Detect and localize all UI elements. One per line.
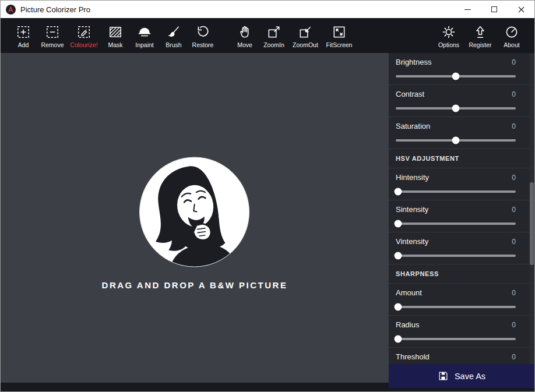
slider-thumb[interactable] bbox=[395, 336, 402, 343]
slider-group-sintensity: Sintensity 0 bbox=[389, 200, 534, 232]
sintensity-label: Sintensity bbox=[396, 205, 428, 214]
fit-screen-icon bbox=[332, 24, 347, 40]
saturation-value: 0 bbox=[512, 122, 516, 130]
restore-button[interactable]: Restore bbox=[188, 23, 217, 48]
titlebar: Picture Colorizer Pro bbox=[1, 1, 534, 18]
amount-value: 0 bbox=[512, 289, 516, 297]
colourize-button[interactable]: Colourize! bbox=[67, 23, 101, 48]
threshold-label: Threshold bbox=[396, 352, 430, 361]
vintensity-slider[interactable] bbox=[396, 248, 516, 263]
slider-track bbox=[396, 255, 516, 257]
zoom-out-button[interactable]: ZoomOut bbox=[288, 23, 322, 48]
add-button[interactable]: Add bbox=[9, 23, 38, 48]
add-icon bbox=[16, 24, 31, 40]
panel-scrollbar[interactable] bbox=[530, 53, 534, 391]
radius-slider[interactable] bbox=[396, 331, 516, 347]
placeholder-portrait-image bbox=[139, 157, 250, 267]
slider-group-saturation: Saturation 0 bbox=[389, 117, 534, 149]
move-hand-icon bbox=[237, 24, 252, 40]
register-arrow-icon bbox=[473, 24, 488, 40]
fit-screen-button[interactable]: FitScreen bbox=[322, 23, 356, 48]
zoom-in-button[interactable]: ZoomIn bbox=[259, 23, 288, 48]
slider-track bbox=[396, 190, 516, 193]
scrollbar-thumb[interactable] bbox=[530, 182, 534, 265]
sintensity-value: 0 bbox=[512, 206, 516, 214]
toolbar: Add Remove Colourize! Mask bbox=[1, 18, 534, 53]
zoom-out-icon bbox=[298, 24, 313, 40]
slider-thumb[interactable] bbox=[452, 137, 460, 144]
drop-zone[interactable]: DRAG AND DROP A B&W PICTURE bbox=[102, 157, 288, 290]
radius-value: 0 bbox=[512, 321, 516, 329]
minimize-button[interactable] bbox=[454, 1, 481, 18]
image-canvas[interactable]: DRAG AND DROP A B&W PICTURE bbox=[1, 53, 389, 383]
app-window: Picture Colorizer Pro Add Remove bbox=[0, 0, 535, 392]
brush-icon bbox=[166, 24, 181, 40]
vintensity-label: Vintensity bbox=[396, 237, 428, 246]
mask-icon bbox=[108, 24, 123, 40]
section-header-sharpness: SHARPNESS bbox=[389, 264, 534, 284]
maximize-button[interactable] bbox=[481, 1, 508, 18]
adjustments-panel: Brightness 0 Contrast 0 Saturation 0 bbox=[389, 53, 534, 391]
threshold-value: 0 bbox=[512, 353, 516, 361]
hintensity-value: 0 bbox=[512, 174, 516, 182]
restore-icon bbox=[195, 24, 210, 40]
register-button[interactable]: Register bbox=[466, 23, 495, 48]
slider-thumb[interactable] bbox=[395, 303, 402, 311]
brightness-value: 0 bbox=[512, 58, 516, 66]
hintensity-slider[interactable] bbox=[396, 184, 516, 199]
minimize-icon bbox=[464, 9, 471, 10]
move-button[interactable]: Move bbox=[230, 23, 259, 48]
app-logo-icon bbox=[6, 5, 16, 15]
slider-group-brightness: Brightness 0 bbox=[389, 53, 534, 85]
toolbar-right-group: Options Register About bbox=[434, 23, 526, 48]
slider-track bbox=[396, 223, 516, 225]
about-button[interactable]: About bbox=[497, 23, 526, 48]
colorize-icon bbox=[76, 24, 91, 40]
zoom-in-icon bbox=[266, 24, 281, 40]
remove-button[interactable]: Remove bbox=[38, 23, 67, 48]
inpaint-button[interactable]: Inpaint bbox=[130, 23, 159, 48]
save-as-label: Save As bbox=[455, 372, 485, 381]
slider-thumb[interactable] bbox=[395, 252, 402, 260]
contrast-value: 0 bbox=[512, 90, 516, 98]
inpaint-icon bbox=[137, 24, 152, 40]
section-header-hsv: HSV ADJUSTMENT bbox=[389, 149, 534, 168]
slider-group-amount: Amount 0 bbox=[389, 284, 534, 316]
slider-group-vintensity: Vintensity 0 bbox=[389, 232, 534, 264]
slider-track bbox=[396, 338, 516, 340]
options-button[interactable]: Options bbox=[434, 23, 463, 48]
radius-label: Radius bbox=[396, 320, 419, 329]
slider-thumb[interactable] bbox=[452, 73, 460, 80]
contrast-slider[interactable] bbox=[396, 101, 516, 116]
window-title: Picture Colorizer Pro bbox=[20, 5, 90, 14]
sintensity-slider[interactable] bbox=[396, 216, 516, 231]
about-icon bbox=[504, 24, 519, 40]
saturation-slider[interactable] bbox=[396, 133, 516, 148]
saturation-label: Saturation bbox=[396, 122, 430, 130]
brush-button[interactable]: Brush bbox=[159, 23, 188, 48]
amount-label: Amount bbox=[396, 288, 422, 297]
save-as-button[interactable]: Save As bbox=[389, 364, 534, 388]
brightness-label: Brightness bbox=[396, 58, 431, 66]
slider-group-hintensity: Hintensity 0 bbox=[389, 168, 534, 200]
gear-icon bbox=[441, 24, 456, 40]
slider-track bbox=[396, 306, 516, 308]
drop-hint-text: DRAG AND DROP A B&W PICTURE bbox=[102, 280, 288, 290]
slider-thumb[interactable] bbox=[452, 105, 460, 112]
slider-thumb[interactable] bbox=[395, 220, 402, 228]
maximize-icon bbox=[491, 6, 497, 12]
contrast-label: Contrast bbox=[396, 90, 424, 98]
slider-group-radius: Radius 0 bbox=[389, 316, 534, 348]
close-icon bbox=[518, 6, 525, 13]
close-button[interactable] bbox=[508, 1, 534, 18]
window-controls bbox=[454, 1, 534, 18]
brightness-slider[interactable] bbox=[396, 69, 516, 84]
mask-button[interactable]: Mask bbox=[101, 23, 130, 48]
slider-group-contrast: Contrast 0 bbox=[389, 85, 534, 117]
slider-thumb[interactable] bbox=[395, 188, 402, 196]
amount-slider[interactable] bbox=[396, 299, 516, 315]
remove-icon bbox=[45, 24, 60, 40]
save-icon bbox=[438, 370, 449, 382]
hintensity-label: Hintensity bbox=[396, 173, 429, 182]
vintensity-value: 0 bbox=[512, 238, 516, 246]
